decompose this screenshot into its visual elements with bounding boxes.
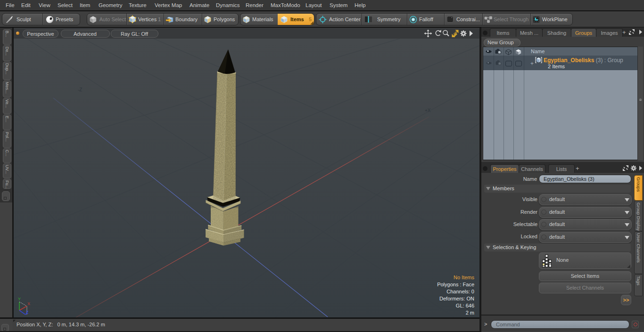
svg-text:Polygons : Face: Polygons : Face (437, 282, 474, 287)
svg-text:Z: Z (26, 310, 29, 315)
svg-text:+X: +X (425, 108, 431, 113)
svg-text:Deformers: ON: Deformers: ON (439, 296, 474, 301)
svg-text:-Z: -Z (78, 87, 82, 92)
svg-text:Channels: 0: Channels: 0 (446, 289, 474, 294)
svg-text:X: X (27, 301, 30, 306)
svg-text:No Items: No Items (454, 275, 475, 280)
svg-text:GL: 646: GL: 646 (456, 303, 474, 308)
svg-text:2 m: 2 m (466, 310, 474, 316)
svg-text:Y: Y (18, 297, 21, 301)
